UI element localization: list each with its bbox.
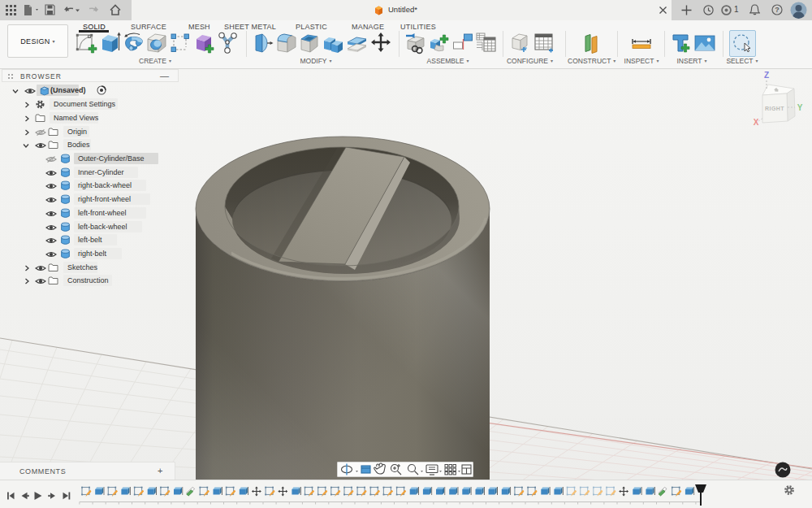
svg-text:RIGHT: RIGHT bbox=[765, 106, 784, 111]
svg-text:Y: Y bbox=[797, 103, 803, 112]
svg-text:X: X bbox=[754, 118, 759, 127]
svg-text:?: ? bbox=[775, 6, 780, 14]
svg-text:Z: Z bbox=[764, 71, 769, 80]
